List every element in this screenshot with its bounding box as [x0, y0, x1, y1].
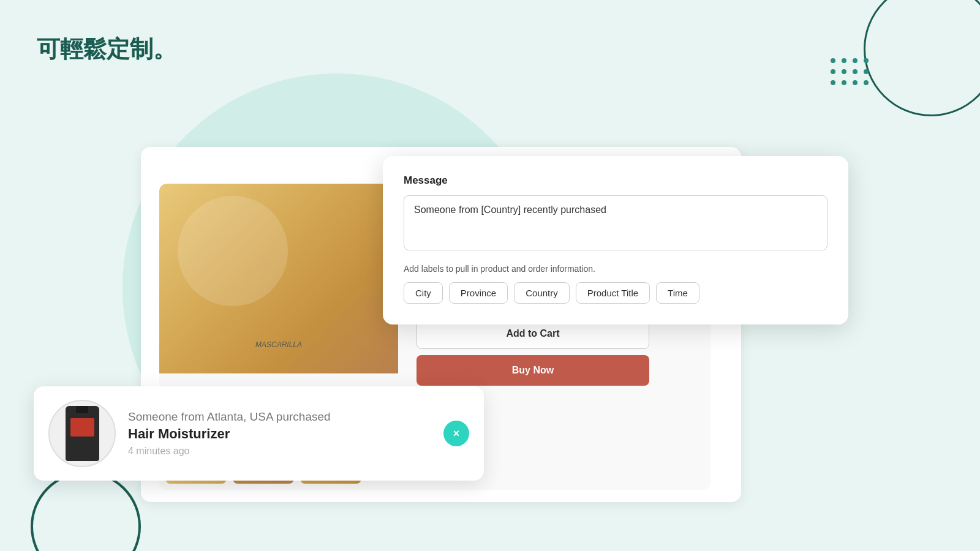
notification-text: Someone from Atlanta, USA purchased	[128, 410, 431, 424]
message-panel-title: Message	[404, 174, 827, 187]
dots-decoration	[831, 58, 870, 86]
message-textarea[interactable]	[404, 195, 827, 250]
product-bottle-icon	[66, 406, 99, 461]
bg-circle-outline	[864, 0, 980, 116]
action-buttons: Add to Cart Buy Now	[417, 318, 649, 386]
product-label: MASCARILLA	[255, 340, 302, 349]
notification-content: Someone from Atlanta, USA purchased Hair…	[128, 410, 431, 457]
notification-product: Hair Moisturizer	[128, 426, 431, 442]
bg-circle-bottom	[31, 471, 141, 551]
buy-now-button[interactable]: Buy Now	[417, 355, 649, 386]
label-tag-province[interactable]: Province	[449, 282, 508, 304]
notification-close-button[interactable]: ×	[443, 421, 469, 446]
label-tag-country[interactable]: Country	[514, 282, 570, 304]
page-title: 可輕鬆定制。	[37, 34, 176, 65]
product-image: MASCARILLA	[159, 184, 398, 373]
label-tag-product-title[interactable]: Product Title	[576, 282, 650, 304]
label-tag-time[interactable]: Time	[656, 282, 699, 304]
label-tags: City Province Country Product Title Time	[404, 282, 827, 304]
message-panel: Message Add labels to pull in product an…	[383, 156, 848, 324]
label-tag-city[interactable]: City	[404, 282, 443, 304]
notification-popup: Someone from Atlanta, USA purchased Hair…	[34, 386, 484, 481]
labels-instruction: Add labels to pull in product and order …	[404, 264, 827, 274]
notification-avatar	[48, 400, 116, 467]
notification-time: 4 minutes ago	[128, 446, 431, 457]
